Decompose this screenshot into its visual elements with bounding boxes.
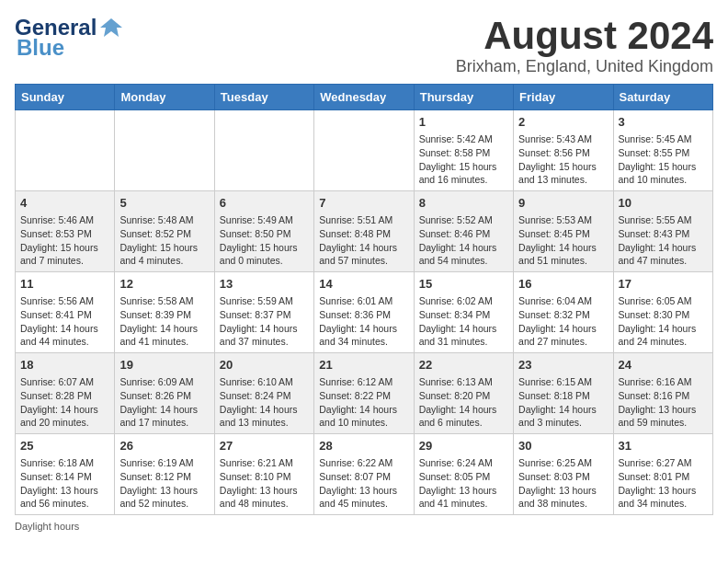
calendar-cell-w2-d6: 10Sunrise: 5:55 AM Sunset: 8:43 PM Dayli… bbox=[613, 191, 712, 272]
day-number: 28 bbox=[319, 438, 408, 454]
calendar-cell-w4-d6: 24Sunrise: 6:16 AM Sunset: 8:16 PM Dayli… bbox=[613, 353, 712, 434]
col-wednesday: Wednesday bbox=[314, 85, 414, 110]
day-number: 1 bbox=[419, 114, 508, 131]
calendar-cell-w1-d2 bbox=[214, 110, 313, 191]
calendar-cell-w4-d4: 22Sunrise: 6:13 AM Sunset: 8:20 PM Dayli… bbox=[414, 353, 513, 434]
calendar-cell-w3-d6: 17Sunrise: 6:05 AM Sunset: 8:30 PM Dayli… bbox=[613, 272, 712, 353]
day-info: Sunrise: 5:52 AM Sunset: 8:46 PM Dayligh… bbox=[419, 213, 508, 268]
calendar-table: Sunday Monday Tuesday Wednesday Thursday… bbox=[15, 84, 713, 515]
calendar-cell-w1-d1 bbox=[115, 110, 214, 191]
calendar-cell-w1-d0 bbox=[16, 110, 115, 191]
calendar-week-3: 11Sunrise: 5:56 AM Sunset: 8:41 PM Dayli… bbox=[16, 272, 713, 353]
day-number: 25 bbox=[20, 438, 109, 454]
day-number: 2 bbox=[518, 114, 608, 131]
calendar-cell-w2-d0: 4Sunrise: 5:46 AM Sunset: 8:53 PM Daylig… bbox=[16, 191, 115, 272]
col-thursday: Thursday bbox=[414, 85, 513, 110]
day-info: Sunrise: 6:02 AM Sunset: 8:34 PM Dayligh… bbox=[419, 294, 508, 349]
day-info: Sunrise: 5:42 AM Sunset: 8:58 PM Dayligh… bbox=[419, 132, 508, 187]
day-number: 30 bbox=[518, 438, 608, 454]
day-info: Sunrise: 6:25 AM Sunset: 8:03 PM Dayligh… bbox=[518, 456, 608, 511]
calendar-week-5: 25Sunrise: 6:18 AM Sunset: 8:14 PM Dayli… bbox=[16, 433, 713, 514]
day-info: Sunrise: 5:56 AM Sunset: 8:41 PM Dayligh… bbox=[20, 294, 109, 349]
calendar-cell-w2-d5: 9Sunrise: 5:53 AM Sunset: 8:45 PM Daylig… bbox=[514, 191, 613, 272]
day-number: 6 bbox=[220, 195, 309, 212]
day-number: 23 bbox=[518, 357, 608, 373]
calendar-cell-w5-d3: 28Sunrise: 6:22 AM Sunset: 8:07 PM Dayli… bbox=[314, 433, 414, 514]
day-info: Sunrise: 5:45 AM Sunset: 8:55 PM Dayligh… bbox=[619, 132, 708, 187]
col-tuesday: Tuesday bbox=[214, 85, 313, 110]
day-info: Sunrise: 6:18 AM Sunset: 8:14 PM Dayligh… bbox=[20, 456, 109, 511]
day-info: Sunrise: 5:51 AM Sunset: 8:48 PM Dayligh… bbox=[319, 213, 408, 268]
col-saturday: Saturday bbox=[613, 85, 712, 110]
day-number: 15 bbox=[419, 276, 508, 293]
calendar-cell-w3-d1: 12Sunrise: 5:58 AM Sunset: 8:39 PM Dayli… bbox=[115, 272, 214, 353]
day-number: 27 bbox=[220, 438, 309, 454]
day-number: 18 bbox=[20, 357, 109, 373]
day-number: 8 bbox=[419, 195, 508, 212]
calendar-cell-w5-d6: 31Sunrise: 6:27 AM Sunset: 8:01 PM Dayli… bbox=[613, 433, 712, 514]
day-info: Sunrise: 5:55 AM Sunset: 8:43 PM Dayligh… bbox=[619, 213, 708, 268]
calendar-cell-w5-d4: 29Sunrise: 6:24 AM Sunset: 8:05 PM Dayli… bbox=[414, 433, 513, 514]
day-info: Sunrise: 6:09 AM Sunset: 8:26 PM Dayligh… bbox=[119, 375, 209, 430]
calendar-cell-w1-d4: 1Sunrise: 5:42 AM Sunset: 8:58 PM Daylig… bbox=[414, 110, 513, 191]
calendar-cell-w1-d6: 3Sunrise: 5:45 AM Sunset: 8:55 PM Daylig… bbox=[613, 110, 712, 191]
day-info: Sunrise: 6:01 AM Sunset: 8:36 PM Dayligh… bbox=[319, 294, 408, 349]
day-number: 11 bbox=[20, 276, 109, 293]
col-monday: Monday bbox=[115, 85, 214, 110]
day-number: 10 bbox=[619, 195, 708, 212]
day-number: 24 bbox=[619, 357, 708, 373]
month-title: August 2024 bbox=[456, 15, 713, 57]
day-info: Sunrise: 6:13 AM Sunset: 8:20 PM Dayligh… bbox=[419, 375, 508, 430]
day-number: 13 bbox=[220, 276, 309, 293]
day-info: Sunrise: 5:46 AM Sunset: 8:53 PM Dayligh… bbox=[20, 213, 109, 268]
day-info: Sunrise: 5:48 AM Sunset: 8:52 PM Dayligh… bbox=[119, 213, 209, 268]
calendar-cell-w2-d1: 5Sunrise: 5:48 AM Sunset: 8:52 PM Daylig… bbox=[115, 191, 214, 272]
day-info: Sunrise: 5:53 AM Sunset: 8:45 PM Dayligh… bbox=[518, 213, 608, 268]
day-info: Sunrise: 6:07 AM Sunset: 8:28 PM Dayligh… bbox=[20, 375, 109, 430]
day-number: 17 bbox=[619, 276, 708, 293]
logo-bird-icon bbox=[98, 15, 124, 40]
calendar-cell-w1-d5: 2Sunrise: 5:43 AM Sunset: 8:56 PM Daylig… bbox=[514, 110, 613, 191]
logo: General Blue bbox=[15, 15, 124, 61]
calendar-cell-w4-d0: 18Sunrise: 6:07 AM Sunset: 8:28 PM Dayli… bbox=[16, 353, 115, 434]
calendar-cell-w3-d2: 13Sunrise: 5:59 AM Sunset: 8:37 PM Dayli… bbox=[214, 272, 313, 353]
calendar-cell-w5-d5: 30Sunrise: 6:25 AM Sunset: 8:03 PM Dayli… bbox=[514, 433, 613, 514]
calendar-cell-w4-d1: 19Sunrise: 6:09 AM Sunset: 8:26 PM Dayli… bbox=[115, 353, 214, 434]
calendar-cell-w2-d3: 7Sunrise: 5:51 AM Sunset: 8:48 PM Daylig… bbox=[314, 191, 414, 272]
day-info: Sunrise: 6:24 AM Sunset: 8:05 PM Dayligh… bbox=[419, 456, 508, 511]
footer-note: Daylight hours bbox=[15, 521, 713, 532]
day-number: 26 bbox=[119, 438, 209, 454]
calendar-week-4: 18Sunrise: 6:07 AM Sunset: 8:28 PM Dayli… bbox=[16, 353, 713, 434]
calendar-cell-w2-d4: 8Sunrise: 5:52 AM Sunset: 8:46 PM Daylig… bbox=[414, 191, 513, 272]
calendar-cell-w5-d2: 27Sunrise: 6:21 AM Sunset: 8:10 PM Dayli… bbox=[214, 433, 313, 514]
day-number: 3 bbox=[619, 114, 708, 131]
day-number: 7 bbox=[319, 195, 408, 212]
day-number: 20 bbox=[220, 357, 309, 373]
calendar-cell-w3-d5: 16Sunrise: 6:04 AM Sunset: 8:32 PM Dayli… bbox=[514, 272, 613, 353]
calendar-week-2: 4Sunrise: 5:46 AM Sunset: 8:53 PM Daylig… bbox=[16, 191, 713, 272]
calendar-cell-w1-d3 bbox=[314, 110, 414, 191]
col-sunday: Sunday bbox=[16, 85, 115, 110]
day-info: Sunrise: 6:05 AM Sunset: 8:30 PM Dayligh… bbox=[619, 294, 708, 349]
col-friday: Friday bbox=[514, 85, 613, 110]
day-info: Sunrise: 5:59 AM Sunset: 8:37 PM Dayligh… bbox=[220, 294, 309, 349]
page-header: General Blue August 2024 Brixham, Englan… bbox=[15, 15, 713, 76]
day-number: 22 bbox=[419, 357, 508, 373]
day-info: Sunrise: 6:12 AM Sunset: 8:22 PM Dayligh… bbox=[319, 375, 408, 430]
day-number: 19 bbox=[119, 357, 209, 373]
calendar-cell-w5-d1: 26Sunrise: 6:19 AM Sunset: 8:12 PM Dayli… bbox=[115, 433, 214, 514]
day-info: Sunrise: 6:19 AM Sunset: 8:12 PM Dayligh… bbox=[119, 456, 209, 511]
calendar-cell-w3-d3: 14Sunrise: 6:01 AM Sunset: 8:36 PM Dayli… bbox=[314, 272, 414, 353]
calendar-cell-w4-d2: 20Sunrise: 6:10 AM Sunset: 8:24 PM Dayli… bbox=[214, 353, 313, 434]
day-info: Sunrise: 6:21 AM Sunset: 8:10 PM Dayligh… bbox=[220, 456, 309, 511]
day-number: 14 bbox=[319, 276, 408, 293]
location-title: Brixham, England, United Kingdom bbox=[456, 57, 713, 76]
calendar-cell-w3-d4: 15Sunrise: 6:02 AM Sunset: 8:34 PM Dayli… bbox=[414, 272, 513, 353]
day-number: 12 bbox=[119, 276, 209, 293]
day-info: Sunrise: 6:15 AM Sunset: 8:18 PM Dayligh… bbox=[518, 375, 608, 430]
calendar-cell-w4-d3: 21Sunrise: 6:12 AM Sunset: 8:22 PM Dayli… bbox=[314, 353, 414, 434]
day-number: 29 bbox=[419, 438, 508, 454]
day-info: Sunrise: 6:27 AM Sunset: 8:01 PM Dayligh… bbox=[619, 456, 708, 511]
day-number: 9 bbox=[518, 195, 608, 212]
day-number: 21 bbox=[319, 357, 408, 373]
